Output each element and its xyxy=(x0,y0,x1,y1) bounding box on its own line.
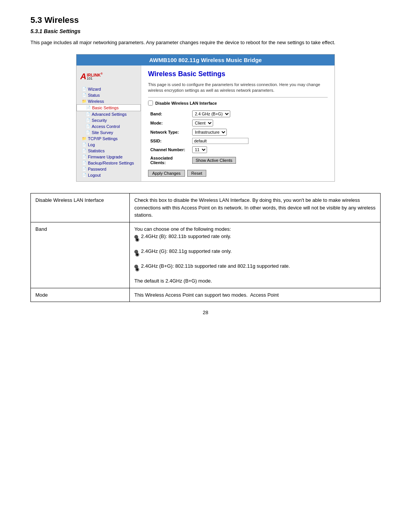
sidebar-label: Advanced Settings xyxy=(92,112,127,117)
ssid-input[interactable] xyxy=(192,138,249,144)
desc-row-disable: Disable Wireless LAN Interface Check thi… xyxy=(31,193,381,222)
sidebar-item-log[interactable]: 📄 Log xyxy=(76,142,141,148)
sidebar-label: Wireless xyxy=(88,99,104,104)
folder-icon: 📁 xyxy=(82,99,86,103)
disable-wireless-checkbox[interactable] xyxy=(148,101,153,105)
router-header: AWMB100 802.11g Wireless Music Bridge xyxy=(76,54,335,66)
sidebar-item-status[interactable]: 📄 Status xyxy=(76,92,141,98)
doc-icon: 📄 xyxy=(86,112,90,116)
sidebar-label: Wizard xyxy=(88,87,101,91)
doc-icon: 📄 xyxy=(82,173,86,177)
network-type-label: Network Type: xyxy=(148,128,190,137)
router-screenshot: AWMB100 802.11g Wireless Music Bridge A … xyxy=(76,54,335,182)
apply-changes-button[interactable]: Apply Changes xyxy=(148,170,185,177)
desc-row-band: Band You can choose one of the following… xyxy=(31,222,381,288)
network-type-row: Network Type: Infrastructure xyxy=(148,128,328,137)
sidebar-label: Logout xyxy=(88,173,101,177)
sidebar-item-firmware[interactable]: 📄 Firmware Upgrade xyxy=(76,154,141,160)
mode-label: Mode: xyxy=(148,118,190,128)
sidebar-item-access-control[interactable]: 📄 Access Control xyxy=(76,123,141,129)
desc-detail-disable: Check this box to disable the Wireless L… xyxy=(130,193,381,222)
section-title: 5.3 Wireless xyxy=(30,15,381,25)
sidebar-label: Password xyxy=(88,167,106,171)
sidebar-item-wireless[interactable]: 📁 Wireless xyxy=(76,98,141,104)
desc-term-disable: Disable Wireless LAN Interface xyxy=(31,193,130,222)
doc-icon: 📄 xyxy=(86,130,90,134)
doc-icon: 📄 xyxy=(86,124,90,128)
description-table: Disable Wireless LAN Interface Check thi… xyxy=(30,193,381,302)
sidebar-label: Status xyxy=(88,93,100,97)
radio-dot-icon: ◉ xyxy=(134,250,138,254)
desc-row-mode: Mode This Wireless Access Point can supp… xyxy=(31,288,381,302)
intro-text: This page includes all major networking … xyxy=(30,39,381,46)
sidebar-label: Security xyxy=(92,118,107,123)
router-page-title: Wireless Basic Settings xyxy=(148,70,328,78)
band-label: Band: xyxy=(148,109,190,118)
sidebar-label: Backup/Restore Settings xyxy=(88,161,134,165)
band-row: Band: 2.4 GHz (B+G) xyxy=(148,109,328,118)
desc-detail-band: You can choose one of the following mode… xyxy=(130,222,381,288)
channel-label: Channel Number: xyxy=(148,145,190,154)
show-active-clients-button[interactable]: Show Active Clients xyxy=(192,157,236,164)
mode-row: Mode: Client xyxy=(148,118,328,128)
sidebar-item-password[interactable]: 📄 Password xyxy=(76,166,141,172)
mode-select[interactable]: Client xyxy=(192,120,213,126)
sidebar-item-logout[interactable]: 📄 Logout xyxy=(76,172,141,178)
doc-icon: 📄 xyxy=(82,161,86,165)
associated-clients-row: Associated Clients: Show Active Clients xyxy=(148,154,328,166)
sidebar-item-site-survey[interactable]: 📄 Site Survey xyxy=(76,129,141,136)
sidebar-item-wizard[interactable]: 📄 Wizard xyxy=(76,86,141,92)
desc-term-band: Band xyxy=(31,222,130,288)
router-body: A IRLINK® 101 📄 Wizard 📄 Status 📁 Wirele… xyxy=(76,66,335,182)
router-main: Wireless Basic Settings This page is use… xyxy=(141,66,335,182)
doc-icon: 📄 xyxy=(86,118,90,122)
sidebar-item-backup[interactable]: 📄 Backup/Restore Settings xyxy=(76,160,141,166)
logo-text: IRLINK® 101 xyxy=(87,72,103,81)
disable-wireless-label: Disable Wireless LAN Interface xyxy=(155,101,217,105)
doc-icon: 📄 xyxy=(86,105,91,110)
reset-button[interactable]: Reset xyxy=(187,170,207,177)
settings-table: Band: 2.4 GHz (B+G) Mode: Client xyxy=(148,109,328,166)
subsection-title: 5.3.1 Basic Settings xyxy=(30,28,381,34)
disable-wireless-row: Disable Wireless LAN Interface xyxy=(148,101,328,105)
sidebar-item-advanced-settings[interactable]: 📄 Advanced Settings xyxy=(76,111,141,117)
sidebar-item-security[interactable]: 📄 Security xyxy=(76,117,141,123)
sidebar-label: Access Control xyxy=(92,124,120,129)
radio-dot-icon: ◉ xyxy=(134,265,138,268)
radio-dot-icon: ◉ xyxy=(134,235,138,239)
doc-icon: 📄 xyxy=(82,149,86,153)
network-type-select[interactable]: Infrastructure xyxy=(192,129,227,136)
sidebar-item-statistics[interactable]: 📄 Statistics xyxy=(76,148,141,154)
channel-row: Channel Number: 11 xyxy=(148,145,328,154)
action-buttons: Apply Changes Reset xyxy=(148,170,328,177)
doc-icon: 📄 xyxy=(82,155,86,159)
sidebar-label: Site Survey xyxy=(92,130,113,135)
page-number: 28 xyxy=(30,310,381,315)
ssid-row: SSID: xyxy=(148,137,328,145)
ssid-label: SSID: xyxy=(148,137,190,145)
sidebar-label: TCP/IP Settings xyxy=(88,136,118,141)
logo-101: 101 xyxy=(87,77,103,80)
sidebar-logo: A IRLINK® 101 xyxy=(76,69,141,86)
band-select[interactable]: 2.4 GHz (B+G) xyxy=(192,110,230,117)
sidebar-label: Statistics xyxy=(88,149,105,153)
channel-select[interactable]: 11 xyxy=(192,146,207,153)
doc-icon: 📄 xyxy=(82,87,86,91)
divider xyxy=(148,97,328,97)
folder-icon: 📁 xyxy=(82,136,86,141)
doc-icon: 📄 xyxy=(82,93,86,97)
sidebar-label: Firmware Upgrade xyxy=(88,155,123,159)
associated-clients-label: Associated Clients: xyxy=(148,154,190,166)
desc-detail-mode: This Wireless Access Point can support t… xyxy=(130,288,381,302)
sidebar-label: Basic Settings xyxy=(92,105,119,110)
router-description: This page is used to configure the param… xyxy=(148,82,328,94)
doc-icon: 📄 xyxy=(82,167,86,171)
sidebar-item-basic-settings[interactable]: 📄 Basic Settings xyxy=(76,104,141,111)
sidebar-item-tcpip[interactable]: 📁 TCP/IP Settings xyxy=(76,136,141,142)
sidebar-label: Log xyxy=(88,142,95,147)
logo-a-icon: A xyxy=(80,72,86,81)
desc-term-mode: Mode xyxy=(31,288,130,302)
doc-icon: 📄 xyxy=(82,142,86,147)
router-sidebar: A IRLINK® 101 📄 Wizard 📄 Status 📁 Wirele… xyxy=(76,66,141,182)
